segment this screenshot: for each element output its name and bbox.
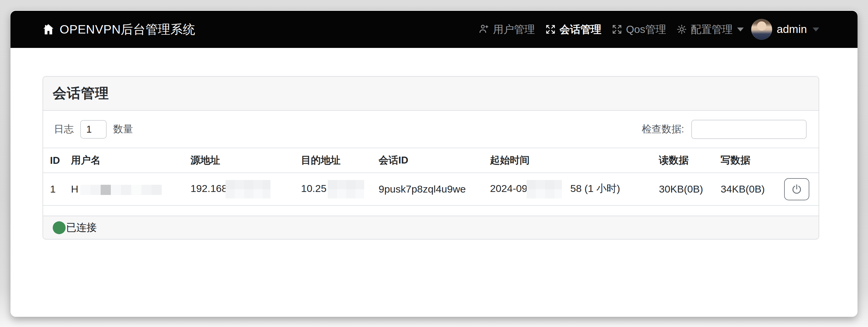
column-header-read: 读数据 bbox=[659, 154, 721, 167]
redacted-blur bbox=[80, 185, 162, 195]
table-empty-row bbox=[43, 206, 818, 216]
navbar-menu: 用户管理 会话管理 Qos管理 bbox=[478, 19, 819, 40]
user-name: admin bbox=[777, 23, 807, 36]
cell-start-time: 2024-09-58 (1 小时) bbox=[490, 180, 659, 199]
column-header-username: 用户名 bbox=[71, 154, 190, 167]
panel-footer: 已连接 bbox=[43, 216, 818, 239]
panel-header: 会话管理 bbox=[43, 77, 818, 111]
nav-item-label: 会话管理 bbox=[559, 23, 601, 36]
nav-item-config[interactable]: 配置管理 bbox=[676, 23, 744, 36]
cell-read-data: 30KB(0B) bbox=[659, 183, 721, 195]
chevron-down-icon bbox=[813, 28, 819, 31]
nav-item-sessions[interactable]: 会话管理 bbox=[545, 23, 601, 36]
log-count-input[interactable] bbox=[80, 120, 106, 139]
column-header-start-time: 起始时间 bbox=[490, 154, 659, 167]
table-row: 1 H 192.168 10.25 9pusk7p8zql4u9we 2024-… bbox=[43, 173, 818, 206]
count-label: 数量 bbox=[113, 123, 133, 136]
status-connected-dot bbox=[53, 221, 66, 234]
nav-item-label: 配置管理 bbox=[691, 23, 733, 36]
avatar bbox=[751, 19, 772, 40]
page-title: 会话管理 bbox=[53, 84, 109, 103]
redacted-blur bbox=[225, 180, 271, 199]
arrows-fullscreen-icon bbox=[611, 24, 623, 35]
column-header-source: 源地址 bbox=[190, 154, 301, 167]
user-menu[interactable]: admin bbox=[751, 19, 819, 40]
log-count-control: 日志 数量 bbox=[54, 120, 133, 139]
nav-item-label: 用户管理 bbox=[493, 23, 535, 36]
nav-item-users[interactable]: 用户管理 bbox=[478, 23, 535, 36]
chevron-down-icon bbox=[737, 28, 744, 31]
gear-icon bbox=[676, 24, 687, 35]
brand-title: OPENVPN后台管理系统 bbox=[60, 21, 195, 38]
search-input[interactable] bbox=[691, 120, 807, 139]
redacted-blur bbox=[527, 180, 562, 199]
column-header-session-id: 会话ID bbox=[379, 154, 490, 167]
top-navbar: OPENVPN后台管理系统 用户管理 会话管理 bbox=[10, 11, 858, 48]
status-badge: 已连接 bbox=[66, 221, 97, 234]
nav-item-qos[interactable]: Qos管理 bbox=[611, 23, 666, 36]
home-icon bbox=[42, 23, 55, 36]
arrows-fullscreen-icon bbox=[545, 24, 556, 35]
search-label: 检查数据: bbox=[642, 123, 684, 136]
power-icon bbox=[791, 183, 803, 195]
column-header-destination: 目的地址 bbox=[301, 154, 379, 167]
cell-destination-address: 10.25 bbox=[301, 180, 379, 199]
brand-home-link[interactable]: OPENVPN后台管理系统 bbox=[42, 21, 195, 38]
table-toolbar: 日志 数量 检查数据: bbox=[43, 111, 818, 148]
cell-source-address: 192.168 bbox=[190, 180, 301, 199]
column-header-id: ID bbox=[50, 155, 71, 166]
table-header-row: ID 用户名 源地址 目的地址 会话ID 起始时间 读数据 写数据 bbox=[43, 148, 818, 173]
cell-id: 1 bbox=[50, 183, 71, 195]
session-panel: 会话管理 日志 数量 检查数据: ID 用户名 源地址 目的地址 会话ID 起始… bbox=[42, 76, 819, 239]
cell-username: H bbox=[71, 183, 190, 195]
nav-item-label: Qos管理 bbox=[626, 23, 666, 36]
cell-actions bbox=[784, 178, 818, 200]
cell-write-data: 34KB(0B) bbox=[721, 183, 784, 195]
redacted-blur bbox=[328, 180, 364, 199]
cell-session-id: 9pusk7p8zql4u9we bbox=[379, 183, 490, 195]
log-label: 日志 bbox=[54, 123, 74, 136]
person-plus-icon bbox=[478, 24, 490, 35]
column-header-write: 写数据 bbox=[721, 154, 784, 167]
search-control: 检查数据: bbox=[642, 120, 807, 139]
screen: OPENVPN后台管理系统 用户管理 会话管理 bbox=[0, 0, 868, 327]
disconnect-session-button[interactable] bbox=[784, 178, 809, 200]
